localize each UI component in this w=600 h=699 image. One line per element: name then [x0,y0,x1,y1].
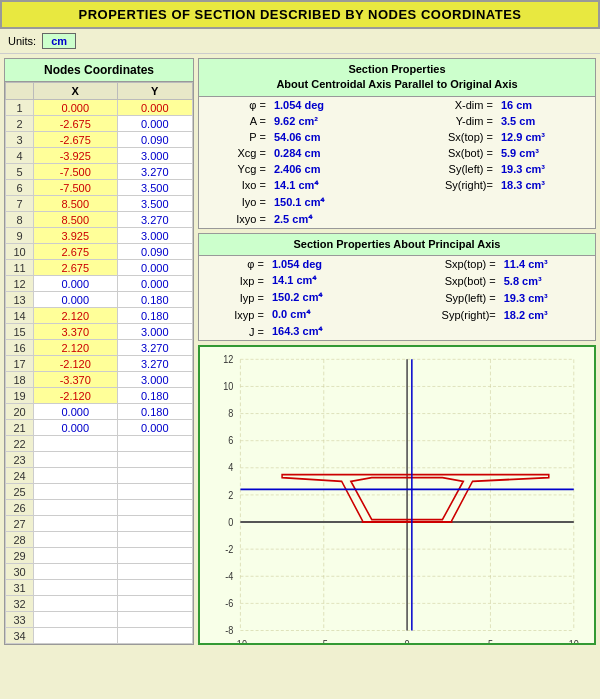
node-y: 3.000 [117,148,193,164]
centroidal-props-table: φ = 1.054 deg X-dim = 16 cm A = 9.62 cm²… [199,97,595,228]
props-row: φ = 1.054 deg X-dim = 16 cm [199,97,595,113]
node-x: -3.925 [34,148,118,164]
prop-label2 [380,194,497,211]
node-x [34,516,118,532]
node-id: 10 [6,244,34,260]
node-y: 0.180 [117,404,193,420]
prop-val1: 0.284 cm [270,145,380,161]
node-id: 23 [6,452,34,468]
node-x [34,468,118,484]
node-y [117,612,193,628]
node-y [117,548,193,564]
table-row: 88.5003.270 [6,212,193,228]
prop-val1: 0.0 cm⁴ [268,306,375,323]
node-x: -7.500 [34,164,118,180]
node-id: 16 [6,340,34,356]
node-y: 3.000 [117,228,193,244]
prop-val1: 14.1 cm⁴ [270,177,380,194]
prop-label1: P = [199,129,270,145]
node-y: 0.000 [117,276,193,292]
prop-label1: Iyo = [199,194,270,211]
prop-val1: 150.1 cm⁴ [270,194,380,211]
node-id: 18 [6,372,34,388]
node-y: 3.000 [117,372,193,388]
svg-text:4: 4 [228,462,233,474]
prop-val1: 1.054 deg [270,97,380,113]
node-x [34,564,118,580]
table-row: 23 [6,452,193,468]
prop-val2: 12.9 cm³ [497,129,595,145]
table-row: 19-2.1200.180 [6,388,193,404]
props-row: Xcg = 0.284 cm Sx(bot) = 5.9 cm³ [199,145,595,161]
svg-text:5: 5 [488,638,493,643]
prop-val1: 14.1 cm⁴ [268,272,375,289]
prop-val1: 150.2 cm⁴ [268,289,375,306]
units-value: cm [42,33,76,49]
prop-label2: Syp(left) = [375,289,500,306]
node-y [117,468,193,484]
svg-text:-8: -8 [225,625,233,637]
prop-label1: Ixp = [199,272,268,289]
prop-label2 [375,323,500,340]
props-row: Ixyo = 2.5 cm⁴ [199,211,595,228]
prop-val1: 164.3 cm⁴ [268,323,375,340]
prop-val1: 2.5 cm⁴ [270,211,380,228]
prop-label1: Ycg = [199,161,270,177]
table-row: 153.3703.000 [6,324,193,340]
table-row: 78.5003.500 [6,196,193,212]
node-x: 0.000 [34,404,118,420]
table-row: 34 [6,628,193,644]
node-id: 25 [6,484,34,500]
prop-val2: 18.2 cm³ [500,306,595,323]
prop-label2: Sy(left) = [380,161,497,177]
node-y: 3.500 [117,196,193,212]
node-x [34,452,118,468]
prop-label1: J = [199,323,268,340]
prop-label2: Sy(right)= [380,177,497,194]
node-id: 2 [6,116,34,132]
node-x: 8.500 [34,212,118,228]
prop-val2: 19.3 cm³ [497,161,595,177]
node-x: -2.675 [34,116,118,132]
prop-val2 [497,211,595,228]
node-y: 3.270 [117,164,193,180]
node-x: -2.675 [34,132,118,148]
node-id: 27 [6,516,34,532]
table-row: 210.0000.000 [6,420,193,436]
prop-label1: A = [199,113,270,129]
node-y [117,564,193,580]
col-x: X [34,83,118,100]
table-row: 3-2.6750.090 [6,132,193,148]
prop-val2: 3.5 cm [497,113,595,129]
prop-val1: 9.62 cm² [270,113,380,129]
node-x [34,484,118,500]
node-x: 0.000 [34,292,118,308]
node-y [117,484,193,500]
node-x: 0.000 [34,276,118,292]
node-y: 3.270 [117,340,193,356]
node-y: 0.000 [117,100,193,116]
props-row: A = 9.62 cm² Y-dim = 3.5 cm [199,113,595,129]
table-row: 30 [6,564,193,580]
node-y: 3.270 [117,212,193,228]
node-y: 0.180 [117,308,193,324]
table-row: 17-2.1203.270 [6,356,193,372]
node-x [34,580,118,596]
node-x: 2.120 [34,308,118,324]
table-row: 93.9253.000 [6,228,193,244]
node-x: -2.120 [34,388,118,404]
title-text: PROPERTIES OF SECTION DESCRIBED BY NODES… [78,7,521,22]
chart-box: -10 -5 0 5 10 12 10 8 6 4 2 0 -2 -4 -6 -… [198,345,596,645]
table-row: 32 [6,596,193,612]
node-x [34,532,118,548]
node-id: 32 [6,596,34,612]
node-x: 8.500 [34,196,118,212]
table-row: 27 [6,516,193,532]
node-x [34,500,118,516]
svg-text:0: 0 [405,638,410,643]
prop-val2: 11.4 cm³ [500,256,595,272]
svg-text:8: 8 [228,408,233,420]
table-row: 200.0000.180 [6,404,193,420]
principal-header: Section Properties About Principal Axis [199,234,595,256]
svg-text:-5: -5 [320,638,328,643]
